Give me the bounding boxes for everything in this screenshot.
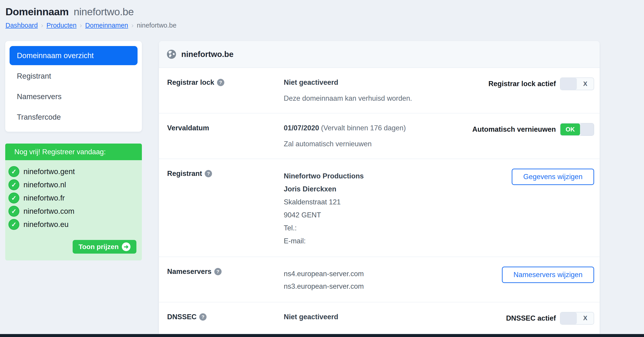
toggle-knob <box>560 78 577 90</box>
vervaldatum-date: 01/07/2020 <box>284 124 319 132</box>
card-title-domain: ninefortwo.be <box>181 50 234 59</box>
check-icon: ✓ <box>8 219 19 230</box>
row-label-text: Registrar lock <box>167 78 214 87</box>
toggle-off-state: X <box>577 78 594 90</box>
registrant-company: Ninefortwo Productions <box>284 170 512 183</box>
help-icon[interactable]: ? <box>199 313 206 320</box>
sidebar-item-nameservers[interactable]: Nameservers <box>10 87 138 106</box>
list-item: ✓ ninefortwo.fr <box>8 193 136 203</box>
vervaldatum-date-line: 01/07/2020 (Vervalt binnen 176 dagen) <box>284 124 472 132</box>
show-prices-label: Toon prijzen <box>78 243 119 251</box>
vervaldatum-label: Vervaldatum <box>167 123 284 132</box>
sidebar-item-label: Transfercode <box>17 113 61 121</box>
registrant-control: Gegevens wijzigen <box>512 169 594 185</box>
help-icon[interactable]: ? <box>217 79 224 86</box>
dnssec-status: Niet geactiveerd <box>284 313 506 321</box>
nameserver-entry: ns3.european-server.com <box>284 280 502 292</box>
dnssec-toggle-label: DNSSEC actief <box>506 314 556 322</box>
available-domains-promo: Nog vrij! Registreer vandaag: ✓ ninefort… <box>5 144 142 260</box>
dnssec-control: DNSSEC actief X <box>506 312 594 325</box>
promo-footer: Toon prijzen ➜ <box>5 232 142 260</box>
breadcrumb-separator-icon: › <box>80 22 82 29</box>
dnssec-toggle[interactable]: X <box>560 312 594 325</box>
registrar-lock-toggle-label: Registrar lock actief <box>488 80 556 88</box>
globe-icon <box>167 50 176 59</box>
registrar-lock-label: Registrar lock ? <box>167 78 284 87</box>
breadcrumb-current: ninefortwo.be <box>137 22 176 29</box>
sidebar-item-registrant[interactable]: Registrant <box>10 67 138 86</box>
toggle-off-state: X <box>577 312 594 324</box>
sidebar-item-transfercode[interactable]: Transfercode <box>10 108 138 127</box>
edit-nameservers-button[interactable]: Nameservers wijzigen <box>502 267 594 283</box>
available-domain: ninefortwo.gent <box>24 167 75 176</box>
page-title: Domeinnaam ninefortwo.be <box>6 6 644 18</box>
list-item: ✓ ninefortwo.com <box>8 206 136 217</box>
available-domain: ninefortwo.com <box>24 207 74 216</box>
domain-overview-card: ninefortwo.be Registrar lock ? Niet geac… <box>159 41 600 334</box>
show-prices-button[interactable]: Toon prijzen ➜ <box>73 240 136 254</box>
vervaldatum-value: 01/07/2020 (Vervalt binnen 176 dagen) Za… <box>284 123 472 149</box>
sidebar-item-domeinnaam-overzicht[interactable]: Domeinnaam overzicht <box>10 46 138 65</box>
registrar-lock-control: Registrar lock actief X <box>488 78 594 90</box>
promo-header: Nog vrij! Registreer vandaag: <box>5 144 142 160</box>
sidebar-menu: Domeinnaam overzicht Registrant Nameserv… <box>5 41 142 132</box>
registrant-email: E-mail: <box>284 234 512 247</box>
registrant-label: Registrant ? <box>167 169 284 178</box>
breadcrumb-separator-icon: › <box>132 22 134 29</box>
breadcrumb-link-producten[interactable]: Producten <box>46 22 76 29</box>
row-label-text: Registrant <box>167 170 202 178</box>
check-icon: ✓ <box>8 166 19 177</box>
check-icon: ✓ <box>8 193 19 203</box>
toggle-knob <box>560 312 577 324</box>
available-domain: ninefortwo.nl <box>24 180 66 189</box>
autorenew-control: Automatisch vernieuwen OK <box>472 123 594 136</box>
list-item: ✓ ninefortwo.nl <box>8 179 136 190</box>
bottom-edge-bar <box>0 334 644 337</box>
registrant-row: Registrant ? Ninefortwo Productions Jori… <box>159 159 600 257</box>
vervaldatum-note: (Vervalt binnen 176 dagen) <box>321 124 406 132</box>
nameservers-label: Nameservers ? <box>167 267 284 276</box>
available-domain: ninefortwo.eu <box>24 220 68 229</box>
breadcrumb-link-domeinnamen[interactable]: Domeinnamen <box>85 22 128 29</box>
registrant-tel: Tel.: <box>284 221 512 234</box>
sidebar-item-label: Nameservers <box>17 92 62 101</box>
nameservers-control: Nameservers wijzigen <box>502 267 594 283</box>
toggle-on-state: OK <box>560 124 580 135</box>
sidebar-column: Domeinnaam overzicht Registrant Nameserv… <box>5 41 142 260</box>
check-icon: ✓ <box>8 206 19 217</box>
sidebar-item-label: Domeinnaam overzicht <box>17 51 94 60</box>
row-label-text: DNSSEC <box>167 313 196 321</box>
check-icon: ✓ <box>8 179 19 190</box>
page-title-domain: ninefortwo.be <box>74 6 134 18</box>
page-header: Domeinnaam ninefortwo.be Dashboard › Pro… <box>0 0 644 29</box>
help-icon[interactable]: ? <box>205 170 212 177</box>
nameservers-value: ns4.european-server.com ns3.european-ser… <box>284 267 502 292</box>
dnssec-label: DNSSEC ? <box>167 312 284 321</box>
edit-registrant-button[interactable]: Gegevens wijzigen <box>512 169 594 185</box>
registrant-name: Joris Dierckxen <box>284 183 512 195</box>
registrar-lock-value: Niet geactiveerd Deze domeinnaam kan ver… <box>284 78 488 104</box>
nameservers-row: Nameservers ? ns4.european-server.com ns… <box>159 257 600 302</box>
arrow-right-circle-icon: ➜ <box>122 242 130 251</box>
registrar-lock-description: Deze domeinnaam kan verhuisd worden. <box>284 93 414 104</box>
content-area: Domeinnaam overzicht Registrant Nameserv… <box>5 41 644 334</box>
breadcrumb-link-dashboard[interactable]: Dashboard <box>6 22 38 29</box>
vervaldatum-row: Vervaldatum 01/07/2020 (Vervalt binnen 1… <box>159 114 600 159</box>
breadcrumb: Dashboard › Producten › Domeinnamen › ni… <box>6 22 644 29</box>
help-icon[interactable]: ? <box>214 268 222 275</box>
row-label-text: Nameservers <box>167 267 212 276</box>
registrar-lock-row: Registrar lock ? Niet geactiveerd Deze d… <box>159 68 600 114</box>
domain-management-page: Domeinnaam ninefortwo.be Dashboard › Pro… <box>0 0 644 337</box>
registrar-lock-toggle[interactable]: X <box>560 78 594 90</box>
promo-domain-list: ✓ ninefortwo.gent ✓ ninefortwo.nl ✓ nine… <box>5 160 142 230</box>
dnssec-value: Niet geactiveerd <box>284 312 506 321</box>
list-item: ✓ ninefortwo.eu <box>8 219 136 230</box>
sidebar-item-label: Registrant <box>17 72 51 80</box>
registrant-value: Ninefortwo Productions Joris Dierckxen S… <box>284 169 512 247</box>
row-label-text: Vervaldatum <box>167 124 209 132</box>
autorenew-toggle[interactable]: OK <box>560 123 594 136</box>
toggle-knob <box>580 124 594 135</box>
registrar-lock-status: Niet geactiveerd <box>284 78 488 87</box>
autorenew-toggle-label: Automatisch vernieuwen <box>472 125 556 134</box>
nameserver-entry: ns4.european-server.com <box>284 267 502 280</box>
